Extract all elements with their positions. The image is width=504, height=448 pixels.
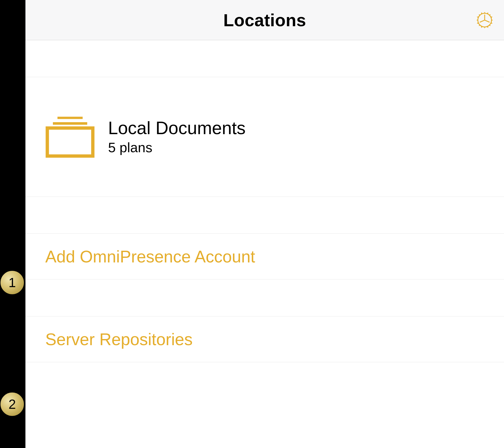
svg-line-2	[485, 20, 490, 22]
server-repositories-label: Server Repositories	[45, 330, 193, 349]
add-omnipresence-row[interactable]: Add OmniPresence Account	[25, 234, 504, 279]
callout-badge-2: 2	[0, 392, 24, 416]
local-documents-title: Local Documents	[108, 118, 246, 138]
spacer-row	[25, 197, 504, 234]
spacer-row	[25, 40, 504, 77]
svg-line-3	[480, 20, 485, 22]
svg-rect-6	[47, 128, 93, 156]
header-bar: Locations	[25, 0, 504, 40]
callout-number: 2	[9, 397, 16, 412]
server-repositories-row[interactable]: Server Repositories	[25, 316, 504, 362]
add-omnipresence-label: Add OmniPresence Account	[45, 247, 255, 266]
app-frame: Locations	[25, 0, 504, 448]
local-documents-row[interactable]: Local Documents 5 plans	[25, 77, 504, 197]
folder-stack-icon	[45, 116, 95, 158]
local-documents-text: Local Documents 5 plans	[108, 118, 246, 155]
local-documents-subtitle: 5 plans	[108, 139, 246, 155]
page-title: Locations	[223, 10, 306, 30]
callout-number: 1	[9, 275, 16, 290]
gear-icon	[474, 9, 495, 31]
content-area: Local Documents 5 plans Add OmniPresence…	[25, 40, 504, 448]
bottom-spacer	[25, 362, 504, 448]
spacer-row	[25, 279, 504, 316]
callout-badge-1: 1	[0, 270, 24, 295]
settings-button[interactable]	[474, 9, 495, 31]
